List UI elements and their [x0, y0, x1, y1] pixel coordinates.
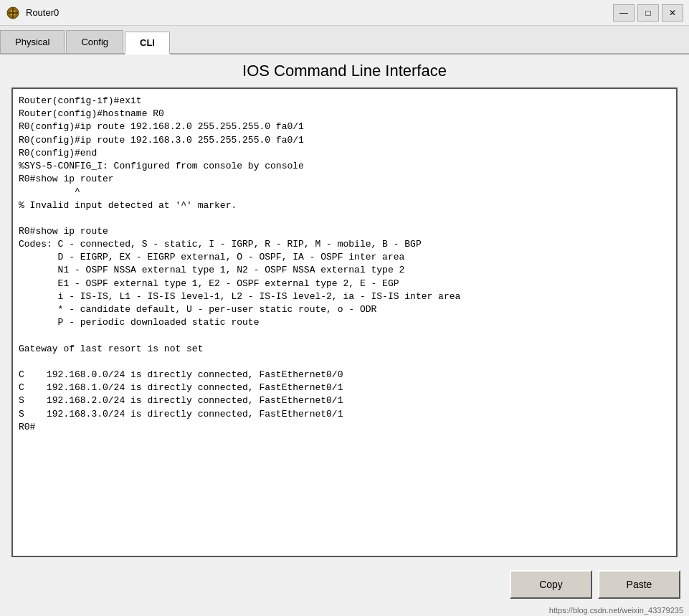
status-bar: https://blog.csdn.net/weixin_43379235	[0, 605, 689, 616]
close-button[interactable]: ✕	[662, 4, 683, 22]
main-content: IOS Command Line Interface Router(config…	[0, 55, 689, 564]
page-title: IOS Command Line Interface	[11, 62, 678, 80]
tab-bar: Physical Config CLI	[0, 26, 689, 55]
status-url: https://blog.csdn.net/weixin_43379235	[549, 606, 683, 615]
tab-physical[interactable]: Physical	[0, 30, 65, 53]
copy-button[interactable]: Copy	[510, 570, 592, 599]
terminal-container: Router(config-if)#exit Router(config)#ho…	[11, 87, 678, 557]
title-bar-left: Router0	[6, 6, 59, 20]
bottom-bar: Copy Paste	[0, 564, 689, 605]
bottom-buttons: Copy Paste	[510, 570, 680, 599]
tab-config[interactable]: Config	[66, 30, 123, 53]
window-title: Router0	[26, 7, 59, 18]
title-bar-controls: — □ ✕	[613, 4, 683, 22]
svg-rect-3	[12, 8, 14, 18]
tab-cli[interactable]: CLI	[125, 32, 170, 55]
minimize-button[interactable]: —	[613, 4, 635, 22]
terminal-scroll[interactable]: Router(config-if)#exit Router(config)#ho…	[13, 89, 676, 556]
title-bar: Router0 — □ ✕	[0, 0, 689, 26]
terminal-text: Router(config-if)#exit Router(config)#ho…	[19, 95, 670, 434]
maximize-button[interactable]: □	[637, 4, 659, 22]
paste-button[interactable]: Paste	[598, 570, 680, 599]
router-icon	[6, 6, 20, 20]
